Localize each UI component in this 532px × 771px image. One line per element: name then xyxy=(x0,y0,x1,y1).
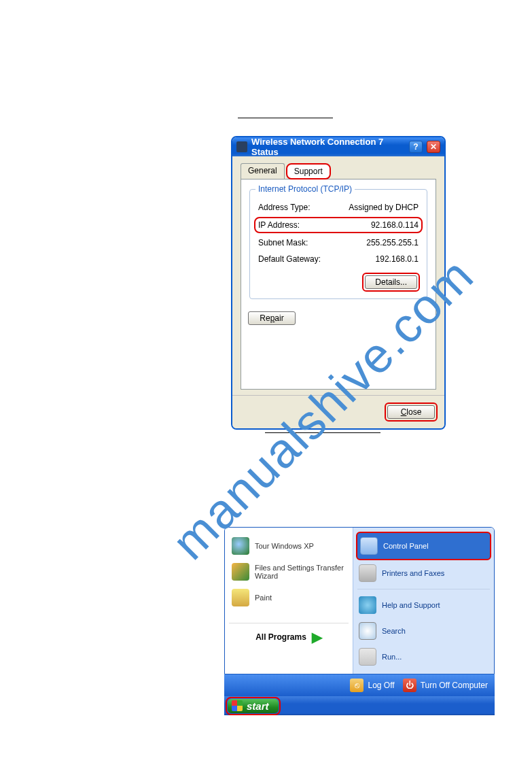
transfer-icon xyxy=(232,563,249,581)
turn-off-button[interactable]: ⏻ Turn Off Computer xyxy=(403,679,488,692)
menu-separator xyxy=(357,589,490,589)
logoff-label: Log Off xyxy=(368,681,394,690)
transfer-label: Files and Settings Transfer Wizard xyxy=(255,564,346,580)
logoff-button[interactable]: ⎋ Log Off xyxy=(350,679,394,692)
menu-item-help[interactable]: Help and Support xyxy=(356,592,491,618)
turnoff-label: Turn Off Computer xyxy=(421,681,488,690)
help-label: Help and Support xyxy=(382,601,489,609)
close-highlight: Close xyxy=(385,402,438,422)
search-icon xyxy=(359,622,376,640)
start-menu-footer: ⎋ Log Off ⏻ Turn Off Computer xyxy=(224,674,495,696)
menu-item-transfer-wizard[interactable]: Files and Settings Transfer Wizard xyxy=(229,559,349,585)
dialog-footer: Close xyxy=(232,395,444,428)
support-tab-panel: Internet Protocol (TCP/IP) Address Type:… xyxy=(241,179,436,390)
tabstrip: General Support xyxy=(241,163,436,179)
run-label: Run... xyxy=(382,653,489,661)
power-icon: ⏻ xyxy=(403,679,416,692)
control-panel-label: Control Panel xyxy=(383,542,487,550)
repair-label: Repair xyxy=(260,313,283,323)
dialog-title: Wireless Network Connection 7 Status xyxy=(251,137,405,157)
dialog-titlebar[interactable]: Wireless Network Connection 7 Status ? ✕ xyxy=(232,137,444,156)
menu-item-search[interactable]: Search xyxy=(356,618,491,644)
details-button[interactable]: Details... xyxy=(365,275,417,289)
start-menu-left-panel: Tour Windows XP Files and Settings Trans… xyxy=(225,528,353,674)
help-button[interactable]: ? xyxy=(409,141,423,153)
titlebar-close-button[interactable]: ✕ xyxy=(427,141,440,153)
start-button[interactable]: start xyxy=(228,699,279,713)
start-menu-area: Tour Windows XP Files and Settings Trans… xyxy=(224,527,495,715)
row-address-type: Address Type: Assigned by DHCP xyxy=(257,199,420,216)
row-ip-address: IP Address: 92.168.0.114 xyxy=(254,217,423,233)
arrow-right-icon: ▶ xyxy=(312,629,322,645)
close-label: Close xyxy=(401,407,422,417)
start-label: start xyxy=(247,700,269,712)
close-button[interactable]: Close xyxy=(387,405,435,419)
addr-type-label: Address Type: xyxy=(258,203,311,212)
globe-icon xyxy=(232,537,249,555)
gw-value: 192.168.0.1 xyxy=(376,254,419,264)
details-highlight: Details... xyxy=(362,273,420,292)
menu-item-paint[interactable]: Paint xyxy=(229,585,349,611)
addr-type-value: Assigned by DHCP xyxy=(349,203,419,212)
mask-label: Subnet Mask: xyxy=(258,238,308,247)
menu-item-control-panel[interactable]: Control Panel xyxy=(356,532,491,560)
groupbox-legend: Internet Protocol (TCP/IP) xyxy=(255,184,355,194)
divider-line xyxy=(238,118,333,118)
taskbar[interactable]: start xyxy=(224,696,495,715)
printer-icon xyxy=(359,564,376,582)
dialog-body: General Support Internet Protocol (TCP/I… xyxy=(232,156,444,395)
tab-support[interactable]: Support xyxy=(286,163,331,179)
help-icon xyxy=(359,596,376,614)
mask-value: 255.255.255.1 xyxy=(366,238,419,247)
repair-button[interactable]: Repair xyxy=(248,311,296,325)
paint-label: Paint xyxy=(255,594,346,602)
menu-item-tour[interactable]: Tour Windows XP xyxy=(229,533,349,559)
connection-icon xyxy=(236,141,247,152)
printers-label: Printers and Faxes xyxy=(382,569,489,577)
start-button-highlight: start xyxy=(226,697,281,715)
tour-label: Tour Windows XP xyxy=(255,542,346,550)
search-label: Search xyxy=(382,627,489,635)
ip-value: 92.168.0.114 xyxy=(371,220,419,230)
start-menu-right-panel: Control Panel Printers and Faxes Help an… xyxy=(353,528,494,674)
all-programs-button[interactable]: All Programs ▶ xyxy=(229,623,349,645)
paint-icon xyxy=(232,589,249,606)
tab-support-label: Support xyxy=(294,167,323,176)
tcpip-groupbox: Internet Protocol (TCP/IP) Address Type:… xyxy=(249,189,427,299)
windows-flag-icon xyxy=(232,700,243,711)
control-panel-icon xyxy=(360,537,378,555)
ip-label: IP Address: xyxy=(258,220,300,230)
tab-general[interactable]: General xyxy=(241,163,285,179)
menu-item-run[interactable]: Run... xyxy=(356,644,491,670)
row-default-gateway: Default Gateway: 192.168.0.1 xyxy=(257,251,420,267)
gw-label: Default Gateway: xyxy=(258,254,321,264)
status-dialog: Wireless Network Connection 7 Status ? ✕… xyxy=(231,136,446,430)
row-subnet-mask: Subnet Mask: 255.255.255.1 xyxy=(257,235,420,251)
run-icon xyxy=(359,648,376,666)
all-programs-label: All Programs xyxy=(255,632,306,642)
menu-item-printers[interactable]: Printers and Faxes xyxy=(356,560,491,586)
start-menu: Tour Windows XP Files and Settings Trans… xyxy=(224,527,495,674)
logoff-icon: ⎋ xyxy=(350,679,363,692)
divider-line-2 xyxy=(265,432,380,433)
